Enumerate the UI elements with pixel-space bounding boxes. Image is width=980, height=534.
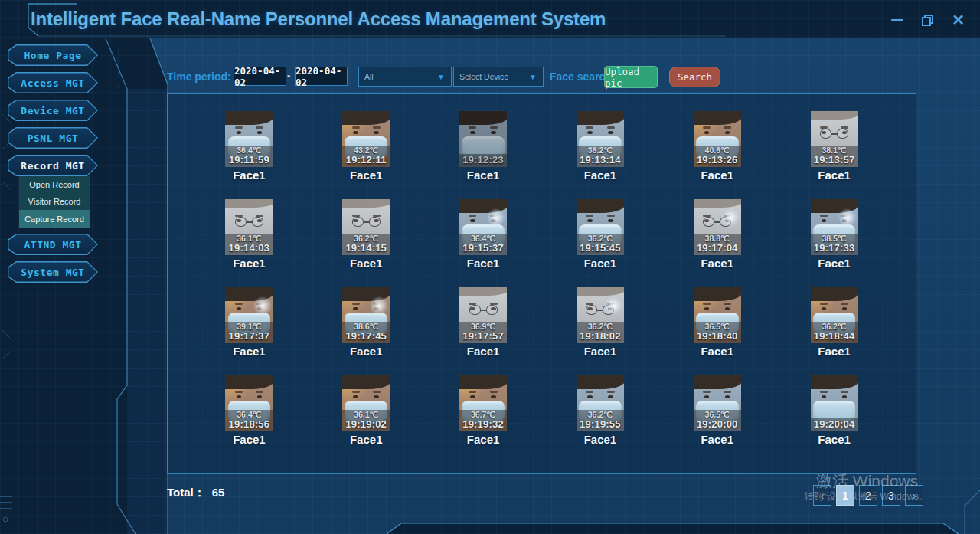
capture-time: 19:17:33 xyxy=(811,243,858,254)
page-button[interactable]: 3 xyxy=(882,485,900,506)
capture-item[interactable]: 38.6℃ 19:17:45 Face1 xyxy=(342,287,390,358)
face-photo: 36.1℃ 19:14:03 xyxy=(225,199,273,255)
photo-overlay: 36.4℃ 19:15:37 xyxy=(459,234,507,255)
face-photo: 43.2℃ 19:12:11 xyxy=(342,111,390,167)
capture-time: 19:18:44 xyxy=(811,331,858,342)
capture-time: 19:17:45 xyxy=(342,331,390,342)
submenu-item-capture-record[interactable]: Capture Record xyxy=(19,210,90,228)
face-photo: 36.7℃ 19:19:32 xyxy=(459,375,507,431)
face-photo: 38.5℃ 19:17:33 xyxy=(811,199,858,255)
capture-item[interactable]: 36.2℃ 19:19:55 Face1 xyxy=(577,375,624,446)
eye xyxy=(704,395,710,398)
photo-overlay: 36.2℃ 19:18:44 xyxy=(811,322,858,343)
eye xyxy=(704,307,710,310)
capture-item[interactable]: 40.6℃ 19:13:26 Face1 xyxy=(694,111,741,182)
capture-item[interactable]: 43.2℃ 19:12:11 Face1 xyxy=(342,111,390,182)
face-label: Face1 xyxy=(467,345,500,358)
face-photo: 36.4℃ 19:15:37 xyxy=(459,199,507,255)
capture-item[interactable]: 36.4℃ 19:18:56 Face1 xyxy=(225,375,273,446)
page-button[interactable]: ‹ xyxy=(813,485,831,506)
capture-item[interactable]: 38.1℃ 19:13:57 Face1 xyxy=(811,111,858,182)
eye xyxy=(725,395,730,398)
capture-item[interactable]: 36.2℃ 19:14:15 Face1 xyxy=(342,199,390,270)
capture-item[interactable]: 36.2℃ 19:18:44 Face1 xyxy=(811,287,858,358)
sidebar-item-device-mgt[interactable]: Device MGT xyxy=(8,100,98,121)
close-button[interactable]: ✕ xyxy=(952,14,965,26)
eye xyxy=(374,131,379,134)
sidebar-item-system-mgt[interactable]: System MGT xyxy=(8,261,98,283)
face-search-label: Face search xyxy=(550,70,612,83)
window-controls: ✕ xyxy=(891,13,965,27)
face-label: Face1 xyxy=(584,257,617,270)
device-select[interactable]: Select Device ▼ xyxy=(453,67,544,87)
capture-item[interactable]: 38.8℃ 19:17:04 Face1 xyxy=(694,199,741,270)
record-type-select[interactable]: All ▼ xyxy=(358,67,452,87)
capture-item[interactable]: 36.2℃ 19:18:02 Face1 xyxy=(577,287,624,358)
glasses xyxy=(459,305,507,315)
photo-overlay: 36.2℃ 19:14:15 xyxy=(342,234,390,255)
sidebar-item-access-mgt[interactable]: Access MGT xyxy=(8,72,98,93)
submenu-item-visitor-record[interactable]: Visitor Record xyxy=(19,193,90,210)
capture-item[interactable]: 36.5℃ 19:20:00 Face1 xyxy=(694,375,741,446)
hair xyxy=(577,199,624,213)
page-title: Intelligent Face Real-Name Personnel Acc… xyxy=(31,8,606,30)
capture-item[interactable]: 36.4℃ 19:11:59 Face1 xyxy=(225,111,273,182)
light-flare xyxy=(370,296,388,315)
photo-overlay: 38.1℃ 19:13:57 xyxy=(811,146,858,167)
face-label: Face1 xyxy=(467,257,500,270)
restore-button[interactable] xyxy=(922,15,933,26)
capture-item[interactable]: 36.1℃ 19:14:03 Face1 xyxy=(225,199,273,270)
chevron-down-icon: ▼ xyxy=(437,73,451,81)
capture-grid: 36.4℃ 19:11:59 Face1 xyxy=(168,94,916,473)
capture-item[interactable]: 36.9℃ 19:17:57 Face1 xyxy=(459,287,507,358)
eye xyxy=(237,395,242,398)
minimize-button[interactable] xyxy=(891,19,903,21)
search-button[interactable]: Search xyxy=(669,67,720,87)
light-flare xyxy=(604,296,622,315)
pagination: ‹ 1 2 3 › xyxy=(813,485,923,506)
eye xyxy=(257,131,263,134)
eye xyxy=(842,307,848,310)
submenu-item-open-record[interactable]: Open Record xyxy=(19,176,90,193)
eye xyxy=(237,131,242,134)
page-button[interactable]: 1 xyxy=(836,485,854,506)
capture-item[interactable]: 38.5℃ 19:17:33 Face1 xyxy=(811,199,858,270)
eye xyxy=(608,131,613,134)
capture-time: 19:14:03 xyxy=(225,243,273,254)
face-label: Face1 xyxy=(701,257,733,270)
page-button[interactable]: › xyxy=(905,485,923,506)
face-label: Face1 xyxy=(584,433,617,446)
photo-overlay: 43.2℃ 19:12:11 xyxy=(342,146,390,167)
photo-overlay: 36.2℃ 19:13:14 xyxy=(577,146,624,167)
capture-item[interactable]: 36.4℃ 19:15:37 Face1 xyxy=(459,199,507,270)
photo-overlay: 36.4℃ 19:18:56 xyxy=(225,410,273,431)
face-photo: 36.1℃ 19:19:02 xyxy=(342,375,390,431)
sidebar-item-attnd-mgt[interactable]: ATTND MGT xyxy=(8,234,98,255)
face-photo: 36.2℃ 19:18:02 xyxy=(577,287,624,343)
upload-pic-button[interactable]: Upload pic xyxy=(604,66,658,88)
page-button[interactable]: 2 xyxy=(859,485,877,506)
capture-time: 19:18:40 xyxy=(694,331,741,342)
sidebar-item-home-page[interactable]: Home Page xyxy=(8,44,98,66)
face-label: Face1 xyxy=(584,169,617,182)
date-from-input[interactable]: 2020-04-02 xyxy=(234,67,286,86)
capture-item[interactable]: 39.1℃ 19:17:37 Face1 xyxy=(225,287,273,358)
sidebar-item-record-mgt[interactable]: Record MGT xyxy=(8,155,98,176)
eye xyxy=(822,219,827,222)
capture-item[interactable]: 36.5℃ 19:18:40 Face1 xyxy=(694,287,741,358)
date-to-input[interactable]: 2020-04-02 xyxy=(295,67,348,86)
eye xyxy=(587,131,593,134)
eye xyxy=(725,131,730,134)
capture-item[interactable]: 19:12:23 Face1 xyxy=(459,111,507,182)
capture-item[interactable]: 19:20:04 Face1 xyxy=(811,375,858,446)
capture-item[interactable]: 36.2℃ 19:13:14 Face1 xyxy=(577,111,624,182)
eye xyxy=(353,307,358,310)
capture-item[interactable]: 36.7℃ 19:19:32 Face1 xyxy=(459,375,507,446)
face-label: Face1 xyxy=(818,345,851,358)
capture-item[interactable]: 36.2℃ 19:15:45 Face1 xyxy=(577,199,624,270)
capture-item[interactable]: 36.1℃ 19:19:02 Face1 xyxy=(342,375,390,446)
face-label: Face1 xyxy=(233,169,266,182)
hair xyxy=(342,199,390,208)
sidebar-item-psnl-mgt[interactable]: PSNL MGT xyxy=(8,127,98,149)
capture-time: 19:17:37 xyxy=(225,331,273,342)
